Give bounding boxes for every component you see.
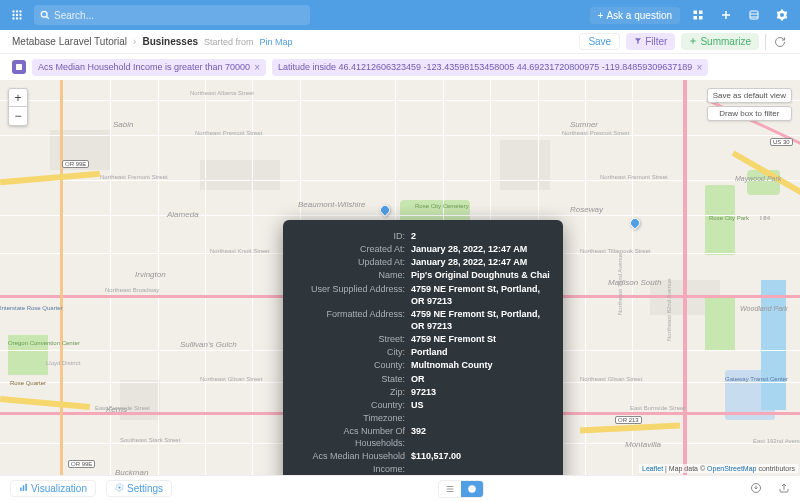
map-label: Sullivan's Gulch — [180, 340, 237, 349]
breadcrumb-collection[interactable]: Metabase Laravel Tutorial — [12, 36, 127, 47]
settings-button[interactable]: Settings — [106, 480, 172, 497]
map-label: Rose City Park — [709, 215, 749, 221]
filter-pill-latitude[interactable]: Latitude inside 46.41212606323459 -123.4… — [272, 59, 708, 76]
map-label: Northeast 72nd Avenue — [617, 252, 623, 315]
map-label: Roseway — [570, 205, 603, 214]
map-label: Woodland Park — [740, 305, 788, 312]
map-attribution: Leaflet | Map data © OpenStreetMap contr… — [639, 464, 798, 473]
tooltip-label: Acs Number Of Households: — [295, 425, 411, 449]
tooltip-value: 2 — [411, 230, 551, 242]
filter-pill-latitude-label: Latitude inside 46.41212606323459 -123.4… — [278, 62, 692, 72]
tooltip-value: January 28, 2022, 12:47 AM — [411, 243, 551, 255]
svg-rect-23 — [20, 488, 22, 491]
tooltip-value: Multnomah County — [411, 359, 551, 371]
tooltip-value: US — [411, 399, 551, 411]
map-label: Beaumont-Wilshire — [298, 200, 366, 209]
tooltip-row: Created At:January 28, 2022, 12:47 AM — [295, 243, 551, 255]
save-button[interactable]: Save — [579, 33, 620, 50]
svg-point-4 — [16, 14, 18, 16]
map-label: Northeast Prescott Street — [195, 130, 262, 136]
map-label: Northeast Glisan Street — [200, 376, 262, 382]
tooltip-value: Portland — [411, 346, 551, 358]
table-mode-button[interactable] — [439, 481, 461, 497]
settings-gear-icon[interactable] — [772, 5, 792, 25]
map-label: Gateway Transit Center — [725, 376, 770, 382]
chart-mode-button[interactable] — [461, 481, 483, 497]
chart-icon — [19, 483, 28, 494]
map-label: Northeast Fremont Street — [600, 174, 668, 180]
svg-point-2 — [19, 10, 21, 12]
refresh-icon[interactable] — [772, 36, 788, 48]
breadcrumb-question[interactable]: Businesses — [142, 36, 198, 47]
map-label: Northeast Prescott Street — [562, 130, 629, 136]
tooltip-value: January 28, 2022, 12:47 AM — [411, 256, 551, 268]
save-default-view-button[interactable]: Save as default view — [707, 88, 792, 103]
filter-button[interactable]: Filter — [626, 33, 675, 50]
app-grid-icon[interactable] — [688, 5, 708, 25]
svg-point-0 — [12, 10, 14, 12]
tooltip-label: Created At: — [295, 243, 411, 255]
tooltip-row: Street:4759 NE Fremont St — [295, 333, 551, 345]
map-highway — [683, 80, 687, 475]
osm-link[interactable]: OpenStreetMap — [707, 465, 756, 472]
highway-shield: OR 99E — [68, 460, 95, 468]
svg-point-1 — [16, 10, 18, 12]
map-label: East Burnside Street — [630, 405, 685, 411]
tooltip-value: 97213 — [411, 386, 551, 398]
svg-rect-24 — [23, 485, 25, 491]
zoom-in-button[interactable]: + — [9, 89, 27, 107]
view-mode-toggle — [438, 480, 484, 498]
map-road — [0, 135, 800, 136]
tooltip-label: Country: — [295, 399, 411, 411]
svg-point-6 — [12, 17, 14, 19]
metabase-logo-icon[interactable] — [8, 6, 26, 24]
svg-rect-13 — [694, 16, 698, 20]
tooltip-value: OR — [411, 373, 551, 385]
map-label: Northeast Knott Street — [210, 248, 269, 254]
map-label: Northeast Fremont Street — [100, 174, 168, 180]
map-label: Montavilla — [625, 440, 661, 449]
tooltip-value: 4759 NE Fremont St — [411, 333, 551, 345]
close-icon[interactable]: × — [254, 62, 260, 73]
map-road — [585, 80, 586, 475]
leaflet-link[interactable]: Leaflet — [642, 465, 663, 472]
breadcrumb-separator: › — [133, 36, 136, 47]
map-road — [0, 215, 800, 216]
map-label: Irvington — [135, 270, 166, 279]
visualization-button[interactable]: Visualization — [10, 480, 96, 497]
map-tooltip: ID:2Created At:January 28, 2022, 12:47 A… — [283, 220, 563, 475]
browse-data-icon[interactable] — [744, 5, 764, 25]
summarize-button[interactable]: Summarize — [681, 33, 759, 50]
filter-pill-income[interactable]: Acs Median Household Income is greater t… — [32, 59, 266, 76]
search-wrapper — [34, 5, 310, 25]
tooltip-label: Zip: — [295, 386, 411, 398]
search-icon — [40, 6, 50, 24]
filter-pill-income-label: Acs Median Household Income is greater t… — [38, 62, 250, 72]
create-icon[interactable] — [716, 5, 736, 25]
svg-rect-11 — [694, 11, 698, 15]
map-road — [0, 100, 800, 101]
zoom-out-button[interactable]: − — [9, 107, 27, 125]
map-road — [0, 180, 800, 181]
started-from-origin[interactable]: Pin Map — [260, 37, 293, 47]
draw-box-filter-button[interactable]: Draw box to filter — [707, 106, 792, 121]
map-label: Northeast Broadway — [105, 287, 159, 293]
search-input[interactable] — [54, 10, 304, 21]
map-highway — [0, 171, 100, 186]
tooltip-label: Street: — [295, 333, 411, 345]
map-label: Southeast Stark Street — [120, 437, 180, 443]
settings-label: Settings — [127, 483, 163, 494]
map-park — [705, 295, 735, 350]
svg-rect-17 — [750, 11, 758, 19]
table-icon[interactable] — [12, 60, 26, 74]
map-label: Maywood Park — [735, 175, 781, 182]
map-area[interactable]: Beaumont-Wilshire Alameda Sabin Irvingto… — [0, 80, 800, 475]
download-icon[interactable] — [750, 482, 762, 496]
close-icon[interactable]: × — [696, 62, 702, 73]
map-pin[interactable] — [628, 216, 642, 230]
map-water — [761, 280, 786, 410]
share-icon[interactable] — [778, 482, 790, 496]
map-label: Oregon Convention Center — [8, 340, 48, 346]
ask-question-button[interactable]: + Ask a question — [590, 7, 680, 24]
tooltip-row: User Supplied Address:4759 NE Fremont St… — [295, 283, 551, 307]
